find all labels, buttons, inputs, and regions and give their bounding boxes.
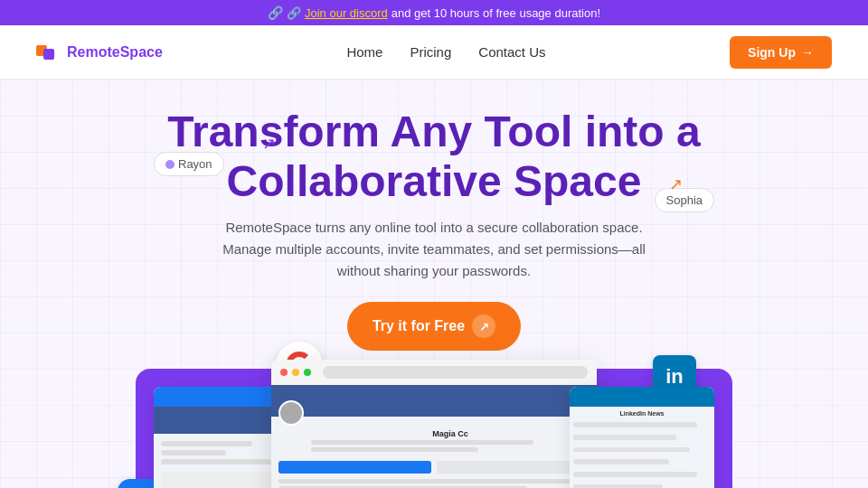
nav-pricing[interactable]: Pricing xyxy=(410,44,451,60)
banner-suffix: and get 10 hours of free usage duration! xyxy=(392,6,600,20)
nav-home[interactable]: Home xyxy=(346,44,382,60)
hero-subtitle: RemoteSpace turns any online tool into a… xyxy=(217,217,651,282)
logo[interactable]: RemoteSpace xyxy=(36,43,163,61)
svg-rect-1 xyxy=(43,49,54,60)
li-browser-content: LinkedIn News xyxy=(570,407,714,488)
banner-icon: 🔗 xyxy=(268,5,283,20)
dashboard-mockup: in f a xyxy=(136,369,732,488)
hero-inner: Rayon ↗ Sophia ↗ Transform Any Tool into… xyxy=(36,107,832,488)
browser-dot-green xyxy=(304,369,311,376)
user-tag-rayon: Rayon xyxy=(154,152,224,176)
hero-section: Rayon ↗ Sophia ↗ Transform Any Tool into… xyxy=(0,80,868,488)
logo-text: RemoteSpace xyxy=(67,44,163,61)
navbar: RemoteSpace Home Pricing Contact Us Sign… xyxy=(0,25,868,80)
announcement-banner: 🔗 🔗 Join our discord and get 10 hours of… xyxy=(0,0,868,25)
browser-bar xyxy=(271,360,597,385)
browser-dot-red xyxy=(280,369,288,376)
user-tag-sophia: Sophia xyxy=(655,188,714,212)
discord-link[interactable]: Join our discord xyxy=(305,6,388,20)
logo-icon xyxy=(36,43,61,61)
linkedin-mockup: LinkedIn News xyxy=(570,387,714,488)
signup-button[interactable]: Sign Up → xyxy=(730,36,832,69)
nav-contact[interactable]: Contact Us xyxy=(478,44,545,60)
li-browser-bar xyxy=(570,387,714,407)
nav-links: Home Pricing Contact Us xyxy=(346,44,545,61)
main-browser-mockup: Magia Cc xyxy=(271,360,597,488)
cursor-rayon-icon: ↗ xyxy=(262,134,276,154)
banner-prefix: 🔗 xyxy=(287,6,301,20)
browser-dot-yellow xyxy=(292,369,299,376)
cursor-sophia-icon: ↗ xyxy=(669,174,683,194)
try-free-button[interactable]: Try it for Free ↗ xyxy=(347,302,521,351)
arrow-circle-icon: ↗ xyxy=(472,314,495,338)
